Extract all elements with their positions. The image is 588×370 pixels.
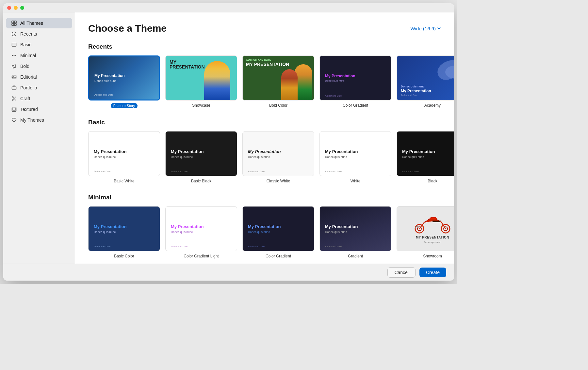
theme-thumb-academy[interactable]: Donec quis nunc My Presentation Author a…: [397, 55, 454, 100]
theme-color-gradient[interactable]: My Presentation Donec quis nunc Author a…: [319, 55, 391, 108]
theme-name-minimal-showroom: Showroom: [423, 254, 442, 258]
cancel-button[interactable]: Cancel: [387, 267, 416, 278]
thumb-title-minimal-gradient: My Presentation: [325, 224, 358, 229]
theme-name-minimal-basic-color: Basic Color: [114, 254, 134, 258]
basic-section: Basic My Presentation Donec quis nunc Au…: [88, 119, 441, 183]
sidebar-label-editorial: Editorial: [20, 74, 37, 80]
briefcase-icon: [11, 85, 17, 91]
thumb-author-basic-black: Author and Date: [171, 170, 188, 173]
sidebar-item-editorial[interactable]: Editorial: [6, 72, 72, 82]
sidebar-item-my-themes[interactable]: My Themes: [6, 115, 72, 125]
sidebar-item-all-themes[interactable]: All Themes: [6, 18, 72, 28]
thumb-sub-basic-black: Donec quis nunc: [171, 155, 193, 159]
thumb-showroom-sub: Donec quis nunc: [424, 241, 441, 243]
sidebar-item-portfolio[interactable]: Portfolio: [6, 83, 72, 93]
photo-icon: [11, 74, 17, 80]
svg-rect-18: [13, 108, 15, 111]
theme-feature-story[interactable]: My Presentation Donec quis nunc Author a…: [88, 55, 160, 108]
theme-thumb-minimal-color-gradient[interactable]: My Presentation Donec quis nunc Author a…: [242, 206, 314, 251]
theme-academy[interactable]: Donec quis nunc My Presentation Author a…: [397, 55, 454, 108]
theme-thumb-minimal-gradient[interactable]: My Presentation Donec quis nunc Author a…: [319, 206, 391, 251]
content-area: Choose a Theme Wide (16:9) Recents: [75, 12, 454, 264]
theme-minimal-color-gradient-light[interactable]: My Presentation Donec quis nunc Author a…: [165, 206, 237, 258]
theme-black[interactable]: My Presentation Donec quis nunc Author a…: [397, 131, 454, 183]
theme-name-basic-white: Basic White: [114, 179, 134, 183]
theme-bold-color[interactable]: AUTHOR AND DATE MY PRESENTATION Bold Col…: [242, 55, 314, 108]
theme-thumb-minimal-color-gradient-light[interactable]: My Presentation Donec quis nunc Author a…: [165, 206, 237, 251]
minimal-section-title: Minimal: [88, 194, 441, 201]
grid-icon: [11, 20, 17, 26]
clock-icon: [11, 31, 17, 37]
sidebar-item-craft[interactable]: Craft: [6, 93, 72, 104]
theme-thumb-basic-black[interactable]: My Presentation Donec quis nunc Author a…: [165, 131, 237, 176]
recents-section-title: Recents: [88, 43, 441, 50]
page-title: Choose a Theme: [88, 23, 167, 34]
thumb-showroom-title: MY PRESENTATION: [416, 236, 449, 239]
theme-showcase[interactable]: MYPRESENTATION Showcase: [165, 55, 237, 108]
sidebar-label-textured: Textured: [20, 107, 38, 112]
svg-point-13: [12, 97, 13, 98]
svg-rect-2: [12, 23, 14, 25]
thumb-author-feature-story: Author and Date: [94, 93, 113, 96]
chevron-down-icon: [437, 26, 441, 30]
theme-thumb-color-gradient[interactable]: My Presentation Donec quis nunc Author a…: [319, 55, 391, 100]
theme-name-color-gradient: Color Gradient: [343, 103, 368, 108]
theme-thumb-black[interactable]: My Presentation Donec quis nunc Author a…: [397, 131, 454, 176]
sidebar-label-minimal: Minimal: [20, 53, 36, 58]
sidebar-label-bold: Bold: [20, 64, 29, 69]
thumb-author-white: Author and Date: [325, 170, 342, 173]
sidebar-label-recents: Recents: [20, 31, 37, 37]
thumb-title-academy: My Presentation: [401, 89, 431, 93]
scissors-icon: [11, 96, 17, 101]
theme-minimal-color-gradient[interactable]: My Presentation Donec quis nunc Author a…: [242, 206, 314, 258]
theme-name-black: Black: [428, 179, 437, 183]
content-header: Choose a Theme Wide (16:9): [88, 23, 441, 34]
sidebar-item-recents[interactable]: Recents: [6, 29, 72, 39]
thumb-sub-color-gradient: Donec quis nunc: [325, 79, 345, 82]
theme-thumb-classic-white[interactable]: My Presentation Donec quis nunc Author a…: [242, 131, 314, 176]
frame-icon: [11, 106, 17, 112]
thumb-sub-classic-white: Donec quis nunc: [248, 155, 270, 159]
theme-classic-white[interactable]: My Presentation Donec quis nunc Author a…: [242, 131, 314, 183]
thumb-author-classic-white: Author and Date: [248, 170, 265, 173]
theme-badge-feature-story: Feature Story: [111, 103, 138, 108]
thumb-title-basic-white: My Presentation: [94, 149, 126, 154]
thumb-title-basic-black: My Presentation: [171, 149, 204, 154]
theme-minimal-gradient[interactable]: My Presentation Donec quis nunc Author a…: [319, 206, 391, 258]
theme-basic-black[interactable]: My Presentation Donec quis nunc Author a…: [165, 131, 237, 183]
create-button[interactable]: Create: [419, 268, 446, 277]
thumb-author-color-gradient: Author and Date: [325, 95, 342, 97]
close-button[interactable]: [7, 6, 11, 10]
basic-grid: My Presentation Donec quis nunc Author a…: [88, 131, 441, 183]
thumb-author-minimal-basic-color: Author and Date: [94, 245, 110, 248]
thumb-author-minimal-cg: Author and Date: [248, 245, 265, 248]
sidebar-item-textured[interactable]: Textured: [6, 104, 72, 115]
theme-thumb-showcase[interactable]: MYPRESENTATION: [165, 55, 237, 100]
theme-minimal-showroom[interactable]: MY PRESENTATION Donec quis nunc Showroom: [397, 206, 454, 258]
square-icon: [11, 42, 17, 48]
theme-basic-white[interactable]: My Presentation Donec quis nunc Author a…: [88, 131, 160, 183]
thumb-sub-minimal-basic-color: Donec quis nunc: [94, 230, 116, 234]
theme-thumb-minimal-showroom[interactable]: MY PRESENTATION Donec quis nunc: [397, 206, 454, 251]
thumb-title-minimal-basic-color: My Presentation: [94, 224, 126, 229]
theme-name-minimal-cgl: Color Gradient Light: [184, 254, 219, 258]
heart-icon: [11, 117, 17, 123]
minimize-button[interactable]: [14, 6, 18, 10]
sidebar-item-bold[interactable]: Bold: [6, 61, 72, 71]
theme-white[interactable]: My Presentation Donec quis nunc Author a…: [319, 131, 391, 183]
sidebar-item-basic[interactable]: Basic: [6, 39, 72, 50]
aspect-ratio-button[interactable]: Wide (16:9): [410, 26, 441, 31]
theme-minimal-basic-color[interactable]: My Presentation Donec quis nunc Author a…: [88, 206, 160, 258]
theme-thumb-basic-white[interactable]: My Presentation Donec quis nunc Author a…: [88, 131, 160, 176]
theme-thumb-feature-story[interactable]: My Presentation Donec quis nunc Author a…: [88, 55, 160, 100]
sidebar-item-minimal[interactable]: Minimal: [6, 50, 72, 61]
theme-name-basic-black: Basic Black: [191, 179, 211, 183]
theme-thumb-white[interactable]: My Presentation Donec quis nunc Author a…: [319, 131, 391, 176]
theme-thumb-minimal-basic-color[interactable]: My Presentation Donec quis nunc Author a…: [88, 206, 160, 251]
thumb-title-white: My Presentation: [325, 149, 358, 154]
maximize-button[interactable]: [20, 6, 24, 10]
dots-icon: [11, 53, 17, 58]
theme-thumb-bold-color[interactable]: AUTHOR AND DATE MY PRESENTATION: [242, 55, 314, 100]
aspect-ratio-label: Wide (16:9): [410, 26, 436, 31]
sidebar-label-my-themes: My Themes: [20, 117, 44, 123]
